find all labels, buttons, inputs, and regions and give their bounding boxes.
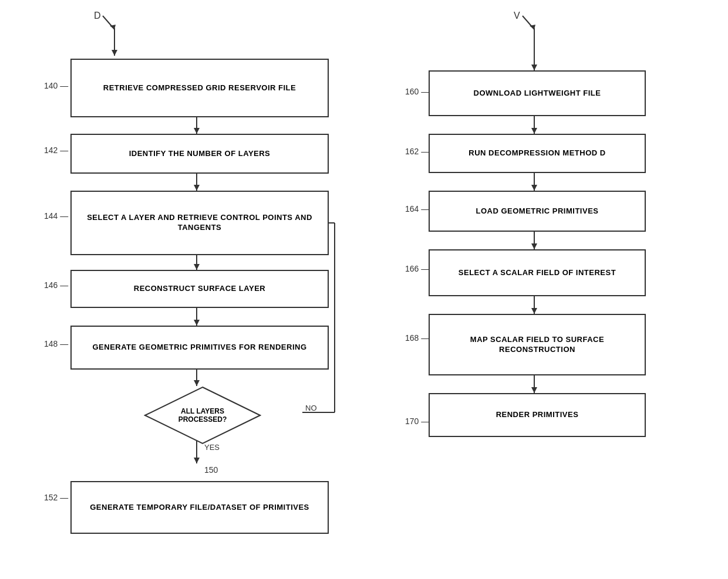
svg-marker-5 — [194, 185, 200, 191]
label-170: 170 — — [405, 417, 429, 426]
box-164: LOAD GEOMETRIC PRIMITIVES — [429, 191, 646, 232]
box-142: IDENTIFY THE NUMBER OF LAYERS — [70, 134, 329, 174]
label-160: 160 — — [405, 87, 429, 96]
label-148: 148 — — [44, 339, 68, 348]
label-140: 140 — — [44, 81, 68, 90]
box-146: RECONSTRUCT SURFACE LAYER — [70, 270, 329, 308]
label-142: 142 — — [44, 145, 68, 155]
svg-marker-3 — [194, 128, 200, 134]
label-146: 146 — — [44, 280, 68, 290]
svg-marker-11 — [194, 380, 200, 386]
box-166: SELECT A SCALAR FIELD OF INTEREST — [429, 249, 646, 296]
box-168: MAP SCALAR FIELD TO SURFACE RECONSTRUCTI… — [429, 314, 646, 375]
svg-marker-9 — [194, 320, 200, 326]
label-168: 168 — — [405, 333, 429, 343]
label-166: 166 — — [405, 264, 429, 273]
svg-marker-21 — [531, 128, 537, 134]
box-160: DOWNLOAD LIGHTWEIGHT FILE — [429, 70, 646, 116]
d-arrow-svg — [91, 13, 120, 33]
svg-marker-29 — [531, 387, 537, 393]
yes-label: YES — [204, 443, 220, 452]
label-162: 162 — — [405, 147, 429, 156]
svg-marker-27 — [531, 308, 537, 314]
v-arrow-svg — [511, 13, 540, 33]
label-152: 152 — — [44, 493, 68, 502]
no-label: NO — [305, 404, 317, 412]
label-164: 164 — — [405, 204, 429, 214]
label-150: 150 — [204, 465, 218, 475]
box-144: SELECT A LAYER AND RETRIEVE CONTROL POIN… — [70, 191, 329, 255]
svg-marker-7 — [194, 264, 200, 270]
box-140: RETRIEVE COMPRESSED GRID RESERVOIR FILE — [70, 59, 329, 117]
svg-marker-25 — [531, 243, 537, 249]
svg-marker-19 — [531, 65, 537, 70]
box-148: GENERATE GEOMETRIC PRIMITIVES FOR RENDER… — [70, 326, 329, 370]
label-144: 144 — — [44, 211, 68, 221]
svg-marker-1 — [112, 50, 117, 56]
diamond-layers-processed: ALL LAYERSPROCESSED? — [144, 386, 261, 445]
box-162: RUN DECOMPRESSION METHOD D — [429, 134, 646, 173]
svg-marker-23 — [531, 185, 537, 191]
diagram-container: D V 140 — RETRIEVE COMPRESSED GRID RESER… — [0, 0, 728, 579]
box-170: RENDER PRIMITIVES — [429, 393, 646, 437]
box-152: GENERATE TEMPORARY FILE/DATASET OF PRIMI… — [70, 481, 329, 534]
svg-marker-17 — [194, 458, 200, 463]
